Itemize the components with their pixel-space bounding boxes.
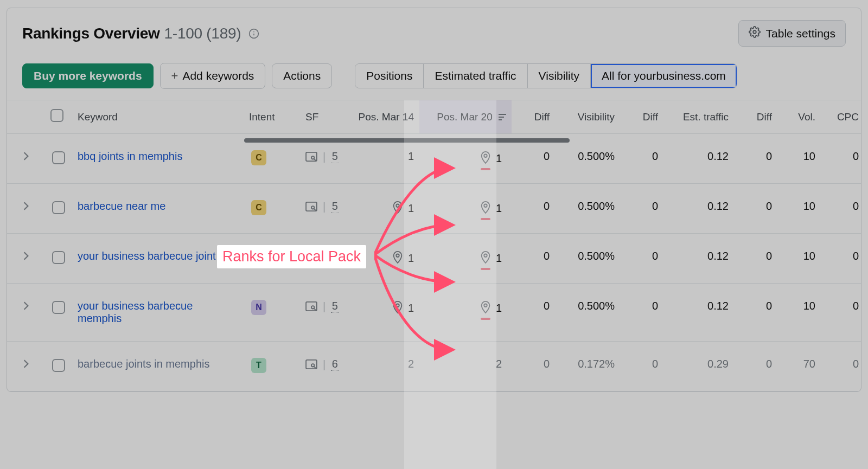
row-checkbox[interactable] — [52, 201, 65, 214]
intent-badge[interactable]: N — [251, 250, 266, 265]
visibility-cell: 0.500% — [555, 184, 620, 234]
intent-badge[interactable]: C — [251, 200, 266, 215]
row-checkbox[interactable] — [52, 251, 65, 264]
intent-badge[interactable]: N — [251, 300, 266, 315]
buy-keywords-button[interactable]: Buy more keywords — [22, 63, 154, 88]
table-settings-button[interactable]: Table settings — [738, 20, 846, 47]
svg-point-25 — [484, 304, 487, 307]
table-row: barbecue joints in memphisT|62200.172%00… — [7, 342, 861, 391]
toolbar: Buy more keywords + Add keywords Actions… — [7, 59, 861, 100]
serp-feature-icon — [305, 301, 317, 311]
svg-line-13 — [314, 209, 316, 210]
col-visibility[interactable]: Visibility — [555, 100, 620, 134]
diff3-cell: 0 — [734, 134, 777, 184]
svg-line-18 — [314, 259, 316, 260]
localpack-pin-icon — [392, 200, 404, 217]
vol-cell: 10 — [777, 234, 821, 284]
col-pos14[interactable]: Pos. Mar 14 — [349, 100, 419, 134]
svg-rect-6 — [499, 119, 502, 120]
intent-badge[interactable]: C — [251, 150, 266, 165]
keyword-link[interactable]: bbq joints in memphis — [78, 150, 182, 163]
vol-cell: 10 — [777, 134, 821, 184]
col-keyword[interactable]: Keyword — [72, 100, 246, 134]
col-diff2[interactable]: Diff — [620, 100, 663, 134]
svg-point-20 — [484, 254, 487, 258]
row-checkbox[interactable] — [52, 151, 65, 164]
diff-cell: 0 — [512, 184, 555, 234]
select-all-header[interactable] — [45, 100, 72, 134]
svg-point-10 — [484, 155, 487, 158]
pos20-cell: 1 — [419, 284, 512, 342]
cpc-cell: 0 — [821, 342, 861, 391]
diff2-cell: 0 — [620, 134, 663, 184]
expand-row[interactable] — [7, 234, 45, 284]
localpack-pin-icon — [392, 300, 404, 317]
table-settings-label: Table settings — [766, 27, 835, 40]
pos20-val: 1 — [496, 252, 502, 265]
svg-point-15 — [484, 204, 487, 208]
sf-cell[interactable]: |5 — [305, 200, 339, 213]
row-checkbox[interactable] — [52, 359, 65, 372]
col-sf[interactable]: SF — [300, 100, 349, 134]
sort-icon — [499, 113, 506, 122]
col-diff3[interactable]: Diff — [734, 100, 777, 134]
seg-est-traffic[interactable]: Estimated traffic — [424, 64, 527, 88]
keyword-link[interactable]: your business barbecue joint — [78, 250, 216, 262]
diff-cell: 0 — [512, 284, 555, 342]
sf-cell[interactable]: |5 — [305, 250, 339, 263]
col-diff[interactable]: Diff — [512, 100, 555, 134]
cpc-cell: 0 — [821, 234, 861, 284]
col-est-traffic[interactable]: Est. traffic — [663, 100, 734, 134]
range-text: 1-100 (189) — [164, 25, 241, 42]
pos14-val: 2 — [408, 358, 414, 370]
keyword-link[interactable]: your business barbecue memphis — [78, 300, 229, 325]
col-pos20[interactable]: Pos. Mar 20 — [419, 100, 512, 134]
info-icon[interactable] — [248, 28, 259, 39]
pos20-cell: 1 — [419, 234, 512, 284]
expand-row[interactable] — [7, 342, 45, 391]
col-vol[interactable]: Vol. — [777, 100, 821, 134]
expand-row[interactable] — [7, 184, 45, 234]
svg-line-9 — [314, 159, 316, 160]
serp-feature-icon — [305, 202, 317, 211]
serp-feature-icon — [305, 252, 317, 261]
keyword-link[interactable]: barbecue near me — [78, 200, 165, 213]
keyword-link[interactable]: barbecue joints in memphis — [78, 358, 209, 370]
est-traffic-cell: 0.29 — [663, 342, 734, 391]
table-row: your business barbecue memphisN|51100.50… — [7, 284, 861, 342]
add-keywords-button[interactable]: + Add keywords — [160, 63, 266, 89]
table-row: your business barbecue jointN|51100.500%… — [7, 234, 861, 284]
visibility-cell: 0.500% — [555, 134, 620, 184]
table-row: bbq joints in memphisC|51100.500%00.1201… — [7, 134, 861, 184]
sf-cell[interactable]: |5 — [305, 300, 339, 313]
expand-row[interactable] — [7, 134, 45, 184]
localpack-pin-icon — [480, 300, 492, 317]
col-cpc[interactable]: CPC — [821, 100, 861, 134]
pos14-cell: 1 — [349, 234, 419, 284]
vol-cell: 70 — [777, 342, 821, 391]
svg-point-8 — [311, 156, 314, 159]
svg-point-14 — [396, 204, 399, 208]
actions-button[interactable]: Actions — [272, 63, 332, 88]
plus-icon: + — [171, 69, 178, 83]
gear-icon — [749, 26, 761, 41]
seg-all-for-domain[interactable]: All for yourbusiness.com — [591, 64, 737, 88]
pos14-cell: 1 — [349, 184, 419, 234]
seg-positions[interactable]: Positions — [355, 64, 424, 88]
row-checkbox[interactable] — [52, 301, 65, 314]
seg-visibility[interactable]: Visibility — [528, 64, 591, 88]
sf-cell[interactable]: |6 — [305, 358, 339, 371]
est-traffic-cell: 0.12 — [663, 184, 734, 234]
visibility-cell: 0.500% — [555, 234, 620, 284]
col-intent[interactable]: Intent — [246, 100, 300, 134]
diff2-cell: 0 — [620, 284, 663, 342]
intent-badge[interactable]: T — [251, 358, 266, 373]
visibility-cell: 0.172% — [555, 342, 620, 391]
svg-point-19 — [396, 254, 399, 258]
diff3-cell: 0 — [734, 342, 777, 391]
table-row: barbecue near meC|51100.500%00.120100htt… — [7, 184, 861, 234]
svg-point-17 — [311, 256, 314, 259]
cpc-cell: 0 — [821, 284, 861, 342]
sf-cell[interactable]: |5 — [305, 150, 339, 163]
expand-row[interactable] — [7, 284, 45, 342]
